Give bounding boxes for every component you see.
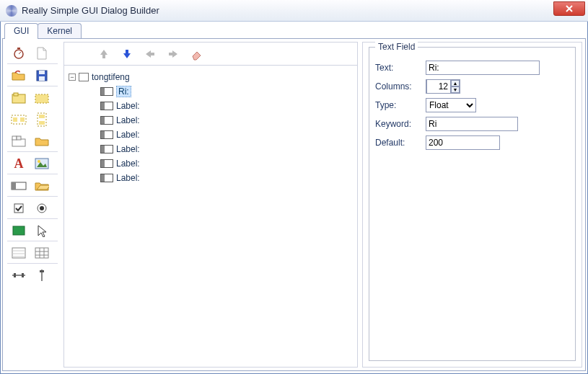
field-icon xyxy=(100,174,113,182)
default-input[interactable] xyxy=(426,135,500,150)
tree-root[interactable]: − tongtifeng xyxy=(69,70,353,84)
keyword-input[interactable] xyxy=(426,117,518,131)
svg-rect-13 xyxy=(39,115,45,118)
palette-openfolder-icon[interactable] xyxy=(9,68,29,84)
window-title: Really Simple GUI Dialog Builder xyxy=(22,5,159,16)
palette-hslider-icon[interactable] xyxy=(9,267,29,283)
palette-save-icon[interactable] xyxy=(32,68,52,84)
tree-item-label: Label: xyxy=(116,130,140,140)
tab-kernel[interactable]: Kernel xyxy=(38,23,82,39)
palette-tab-icon[interactable] xyxy=(9,133,29,149)
svg-point-25 xyxy=(40,206,44,210)
field-icon xyxy=(100,159,113,168)
tree-item[interactable]: Label: xyxy=(69,142,353,156)
palette-text-a-icon[interactable]: A xyxy=(9,156,29,172)
close-icon xyxy=(565,5,574,12)
svg-rect-5 xyxy=(39,76,45,81)
text-label: Text: xyxy=(375,63,421,73)
svg-rect-7 xyxy=(14,93,18,96)
svg-point-20 xyxy=(38,160,40,163)
field-icon xyxy=(100,145,113,153)
svg-rect-37 xyxy=(14,273,16,277)
svg-rect-8 xyxy=(35,94,48,103)
tree-item[interactable]: Label: xyxy=(69,128,353,142)
palette-vslider-icon[interactable] xyxy=(32,267,52,283)
svg-rect-10 xyxy=(13,117,17,122)
tree-item[interactable]: Label: xyxy=(69,113,353,128)
move-up-button[interactable] xyxy=(96,46,112,62)
palette-image-icon[interactable] xyxy=(32,156,52,172)
tab-content: A xyxy=(2,38,586,371)
tree-item-label: Label: xyxy=(116,101,140,111)
tree-collapse-icon[interactable]: − xyxy=(69,74,76,81)
palette-table-icon[interactable] xyxy=(32,245,52,261)
titlebar: Really Simple GUI Dialog Builder xyxy=(0,0,588,22)
palette-newfile-icon[interactable] xyxy=(32,45,52,61)
tree-panel: − tongtifeng Ri:Label:Label:Label:Label:… xyxy=(63,42,358,368)
palette-listbox-icon[interactable] xyxy=(9,245,29,261)
svg-rect-31 xyxy=(35,248,48,258)
type-select[interactable]: FloatIntegerString xyxy=(426,98,476,112)
svg-rect-1 xyxy=(17,48,20,49)
tree-root-label: tongtifeng xyxy=(92,72,130,82)
move-down-button[interactable] xyxy=(119,46,135,62)
tree-item-label: Ri: xyxy=(116,86,131,97)
field-icon xyxy=(100,87,113,96)
tree-item[interactable]: Label: xyxy=(69,156,353,171)
field-icon xyxy=(100,102,113,110)
palette-cursor-icon[interactable] xyxy=(32,223,52,239)
palette-groupbox-dashed-icon[interactable] xyxy=(32,90,52,106)
property-group-title: Text Field xyxy=(375,42,418,52)
tree-item-label: Label: xyxy=(116,144,140,154)
app-icon xyxy=(6,5,17,17)
palette-hframe-dashed-icon[interactable] xyxy=(9,112,29,128)
field-icon xyxy=(100,116,113,125)
columns-spinner[interactable]: ▲ ▼ xyxy=(426,79,460,94)
svg-rect-38 xyxy=(22,273,24,277)
palette-checkbox-icon[interactable] xyxy=(9,200,29,216)
tab-strip: GUI Kernel xyxy=(2,23,586,39)
columns-label: Columns: xyxy=(375,81,421,92)
tree-area[interactable]: − tongtifeng Ri:Label:Label:Label:Label:… xyxy=(64,66,357,367)
palette-stopwatch-icon[interactable] xyxy=(9,45,29,61)
tree-item[interactable]: Label: xyxy=(69,171,353,185)
svg-rect-23 xyxy=(14,204,23,213)
field-icon xyxy=(100,130,113,139)
close-button[interactable] xyxy=(553,1,585,16)
svg-line-2 xyxy=(19,52,21,54)
widget-palette: A xyxy=(6,42,59,368)
svg-rect-11 xyxy=(20,117,25,122)
move-right-button[interactable] xyxy=(165,46,181,62)
palette-fileopen-icon[interactable] xyxy=(32,178,52,194)
palette-radio-icon[interactable] xyxy=(32,200,52,216)
tree-item[interactable]: Label: xyxy=(69,99,353,113)
palette-folder-icon[interactable] xyxy=(32,133,52,149)
palette-vframe-dashed-icon[interactable] xyxy=(32,112,52,128)
svg-rect-4 xyxy=(39,71,45,74)
columns-down[interactable]: ▼ xyxy=(451,86,460,93)
svg-rect-40 xyxy=(40,270,44,272)
tree-item-label: Label: xyxy=(116,115,140,125)
columns-value[interactable] xyxy=(426,79,451,94)
type-label: Type: xyxy=(375,100,421,110)
tree-item-label: Label: xyxy=(116,173,140,183)
keyword-label: Keyword: xyxy=(375,119,421,129)
eraser-button[interactable] xyxy=(188,46,204,62)
root-icon xyxy=(79,73,89,81)
tree-item[interactable]: Ri: xyxy=(69,84,353,99)
palette-textfield-icon[interactable] xyxy=(9,178,29,194)
move-left-button[interactable] xyxy=(142,46,158,62)
svg-rect-14 xyxy=(39,121,45,125)
layout-toolbar xyxy=(64,43,357,66)
svg-rect-26 xyxy=(13,226,25,235)
columns-up[interactable]: ▲ xyxy=(451,80,460,86)
svg-rect-16 xyxy=(12,136,17,140)
svg-rect-17 xyxy=(17,136,21,140)
palette-groupbox-icon[interactable] xyxy=(9,90,29,106)
svg-rect-22 xyxy=(12,182,16,190)
text-input[interactable] xyxy=(426,61,540,75)
tab-gui[interactable]: GUI xyxy=(4,23,38,39)
palette-colorbox-icon[interactable] xyxy=(9,223,29,239)
default-label: Default: xyxy=(375,138,421,148)
tree-item-label: Label: xyxy=(116,159,140,169)
